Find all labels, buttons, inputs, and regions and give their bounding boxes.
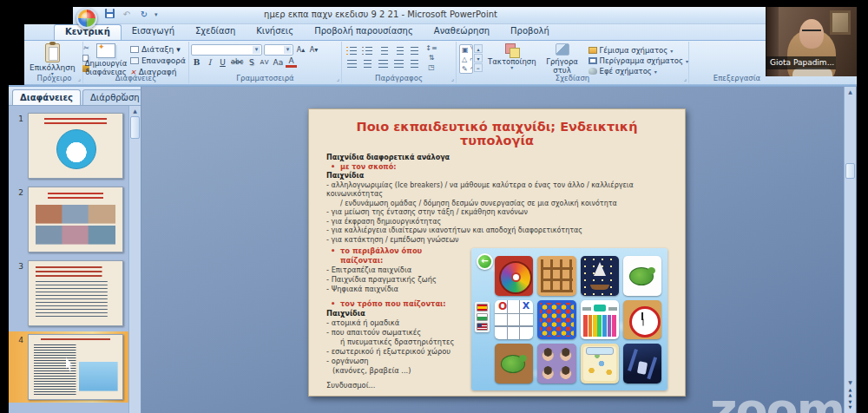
bullets-button[interactable] bbox=[345, 45, 358, 56]
ribbon-tab[interactable]: Εισαγωγή bbox=[122, 24, 185, 40]
slide-thumbnail-row[interactable]: 2 bbox=[9, 184, 128, 255]
slide-thumbnail[interactable] bbox=[28, 260, 123, 326]
undo-button[interactable]: ↶ bbox=[120, 9, 134, 21]
layout-button[interactable]: Διάταξη▾ bbox=[128, 44, 186, 55]
shape-fill-button[interactable]: Γέμισμα σχήματος▾ bbox=[589, 46, 688, 55]
screen: ημερ εκπα παχν εκεδισυ 9 2 21 - Microsof… bbox=[0, 0, 868, 413]
increase-indent-button[interactable] bbox=[391, 45, 404, 56]
slide-text-line: - Παιχνίδια πραγματικής ζωής bbox=[326, 275, 466, 285]
tic-tac-toe-game bbox=[495, 300, 533, 340]
slide-text-line: ή πνευματικές δραστηριότητες bbox=[326, 338, 466, 347]
align-text-button[interactable]: ⇅ bbox=[424, 54, 438, 62]
scrollbar-thumb[interactable] bbox=[130, 116, 140, 139]
shape-outline-button[interactable]: Περίγραμμα σχήματος▾ bbox=[589, 56, 688, 65]
shape-fill-icon bbox=[589, 47, 597, 54]
underline-button[interactable]: U bbox=[217, 57, 228, 68]
change-case-button[interactable]: Aa bbox=[273, 57, 285, 68]
dialog-launcher-icon[interactable] bbox=[78, 75, 81, 82]
faces-memory-game bbox=[537, 344, 575, 384]
layout-icon bbox=[130, 46, 139, 53]
slide-title[interactable]: Ποιο εκπαιδευτικό παιχνίδι; Ενδεικτική τ… bbox=[326, 120, 667, 148]
dialog-launcher-icon[interactable] bbox=[451, 75, 454, 82]
italic-button[interactable]: I bbox=[204, 57, 215, 68]
sidebar-scrollbar[interactable]: ▲ bbox=[128, 106, 141, 413]
align-center-button[interactable] bbox=[360, 58, 373, 69]
qat-dropdown-icon[interactable]: ▾ bbox=[155, 11, 158, 18]
slide-text-line: Παιχνίδια bbox=[326, 309, 466, 318]
slide-text-line: τον τρόπο που παίζονται: bbox=[326, 299, 466, 309]
ribbon-tab[interactable]: Προβολή παρουσίασης bbox=[304, 24, 424, 40]
paste-button[interactable]: Επικόλληση ▾ bbox=[26, 43, 79, 76]
shapes-scroll-down-button[interactable]: ▾ bbox=[474, 54, 483, 62]
ribbon-tab[interactable]: Κινήσεις bbox=[246, 24, 304, 40]
scroll-up-icon[interactable]: ▲ bbox=[129, 108, 141, 114]
current-slide[interactable]: Ποιο εκπαιδευτικό παιχνίδι; Ενδεικτική τ… bbox=[308, 108, 686, 397]
grow-font-button[interactable]: A▴ bbox=[295, 45, 306, 56]
font-buttons: B I U abc S AV Aa bbox=[191, 57, 339, 68]
spain-flag-icon bbox=[477, 304, 488, 311]
font-group-label: Γραμματοσειρά bbox=[189, 74, 341, 82]
dialog-launcher-icon[interactable] bbox=[337, 75, 339, 82]
numbering-button[interactable] bbox=[360, 45, 373, 56]
slide-thumbnail[interactable] bbox=[28, 113, 123, 179]
align-left-button[interactable] bbox=[345, 58, 358, 69]
dialog-launcher-icon[interactable] bbox=[684, 75, 687, 82]
slide-upper-text[interactable]: Παιχνίδια διαφορετικά ανάλογαμε τον σκοπ… bbox=[326, 154, 667, 245]
line-spacing-button[interactable] bbox=[407, 45, 420, 56]
scroll-up-icon[interactable]: ▲ bbox=[845, 88, 856, 95]
slide-number: 2 bbox=[9, 187, 28, 197]
align-right-button[interactable] bbox=[376, 58, 389, 69]
columns-button[interactable] bbox=[407, 58, 420, 69]
paste-icon bbox=[45, 43, 60, 62]
clock-game bbox=[623, 300, 661, 340]
decrease-indent-button[interactable] bbox=[376, 45, 389, 56]
zoom-watermark: zoom bbox=[710, 389, 844, 413]
quick-styles-button[interactable]: Γρήγορα στυλ bbox=[540, 43, 585, 75]
font-name-combobox[interactable] bbox=[191, 44, 262, 56]
save-button[interactable] bbox=[102, 9, 116, 21]
shrink-font-button[interactable]: A▾ bbox=[308, 45, 319, 56]
text-direction-button[interactable]: ↕≡ bbox=[424, 44, 438, 53]
arrange-button[interactable]: Τακτοποίηση ▾ bbox=[484, 43, 539, 70]
previous-slide-button[interactable]: ▲ ▲ bbox=[845, 387, 856, 397]
office-button[interactable] bbox=[76, 8, 97, 29]
new-slide-button[interactable]: Δημιουργία διαφάνειας bbox=[83, 43, 128, 77]
scroll-down-icon[interactable]: ▼ bbox=[845, 379, 856, 385]
ribbon-tab[interactable]: Αναθεώρηση bbox=[424, 24, 500, 40]
strikethrough-button[interactable]: abc bbox=[230, 57, 244, 68]
tab-outline[interactable]: Διάρθρωση bbox=[82, 89, 141, 105]
slide-text-line: το περιβάλλον όπου παίζονται: bbox=[326, 246, 466, 266]
next-slide-button[interactable]: ▼ ▼ bbox=[845, 399, 856, 410]
text-shadow-button[interactable]: S bbox=[246, 57, 257, 68]
slide-text-line: με τον σκοπό: bbox=[326, 163, 667, 173]
slide-lower-text[interactable]: το περιβάλλον όπου παίζονται:- Επιτραπέζ… bbox=[326, 246, 466, 390]
font-size-combobox[interactable] bbox=[264, 44, 293, 56]
ribbon-group-slides: Δημιουργία διαφάνειας Διάταξη▾ Επαναφορά… bbox=[83, 42, 189, 83]
slide-thumbnail-row[interactable]: 1 bbox=[9, 110, 128, 181]
ribbon-tab[interactable]: Προβολή bbox=[500, 24, 560, 40]
tab-slides[interactable]: Διαφάνειες bbox=[12, 89, 81, 105]
redo-button[interactable]: ↻ bbox=[137, 9, 151, 21]
back-arrow-icon bbox=[477, 253, 493, 270]
smartart-button[interactable]: ◳ bbox=[424, 63, 438, 72]
shapes-row: ✎ ∿ ≈ { } ☆ bbox=[462, 64, 470, 74]
scrollbar-thumb[interactable] bbox=[845, 163, 855, 179]
shapes-gallery[interactable]: ▣ ╲ ↘ ▭ ○ ▢ △ ⌐ ⌡ ⇨ ⇩ ◠ ✎ ∿ ≈ { } ☆ bbox=[459, 44, 473, 74]
justify-button[interactable] bbox=[391, 58, 404, 69]
editor-scrollbar[interactable]: ▲ ▼ ▲ ▲ ▼ ▼ bbox=[844, 87, 856, 413]
shapes-more-button[interactable]: ＝ bbox=[474, 63, 483, 72]
slides-panel: Διαφάνειες Διάρθρωση × 1 2 3 bbox=[9, 87, 141, 413]
slide-thumbnail-row[interactable]: 3 bbox=[9, 258, 128, 329]
font-color-button[interactable]: A bbox=[286, 57, 297, 68]
slide-thumbnail[interactable] bbox=[28, 334, 123, 400]
reset-icon bbox=[130, 57, 139, 64]
character-spacing-button[interactable]: AV bbox=[259, 57, 270, 68]
close-panel-icon[interactable]: × bbox=[120, 90, 127, 99]
slide-text-line: - αλληλογνωριμίας (Ice breakers) / να μά… bbox=[326, 181, 667, 200]
reset-button[interactable]: Επαναφορά bbox=[128, 56, 186, 66]
ribbon-tab[interactable]: Σχεδίαση bbox=[185, 24, 246, 40]
bold-button[interactable]: B bbox=[191, 57, 202, 68]
shapes-scroll-up-button[interactable]: ▴ bbox=[474, 44, 483, 53]
slide-thumbnail[interactable] bbox=[28, 187, 123, 252]
webcam-video[interactable]: Giota Papadim... bbox=[766, 7, 857, 76]
